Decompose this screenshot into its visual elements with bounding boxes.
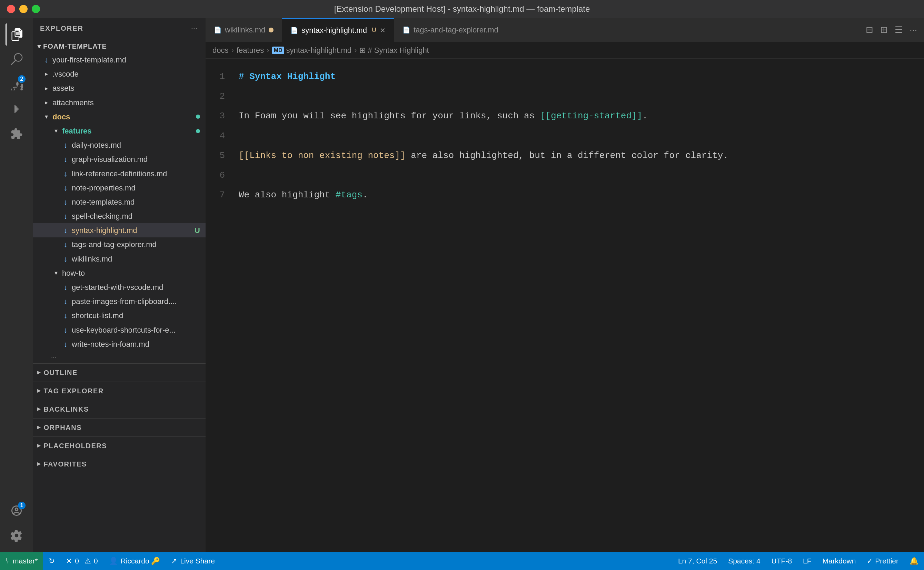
- file-icon: ↓: [61, 254, 70, 264]
- placeholders-header[interactable]: ▸ PLACEHOLDERS: [33, 437, 205, 455]
- activity-item-run[interactable]: [6, 98, 28, 120]
- activity-item-settings[interactable]: [6, 524, 28, 547]
- folder-arrow-icon: ▾: [41, 112, 51, 121]
- file-write-notes[interactable]: ↓ write-notes-in-foam.md: [33, 337, 205, 351]
- warning-count: 0: [94, 557, 98, 565]
- backlinks-header[interactable]: ▸ BACKLINKS: [33, 400, 205, 418]
- tab-wikilinks[interactable]: 📄 wikilinks.md: [205, 18, 282, 42]
- folder-arrow-icon: ▾: [51, 126, 61, 136]
- file-note-templates[interactable]: ↓ note-templates.md: [33, 195, 205, 209]
- folder-vscode[interactable]: ▸ .vscode: [33, 67, 205, 81]
- toggle-sidebar-button[interactable]: ⊞: [879, 23, 889, 37]
- more-actions-button[interactable]: ···: [190, 22, 199, 34]
- breadcrumb-section-text: # Syntax Highlight: [368, 46, 429, 55]
- tab-file-icon: 📄: [214, 26, 222, 34]
- maximize-button[interactable]: [32, 5, 40, 13]
- folder-docs[interactable]: ▾ docs: [33, 110, 205, 124]
- root-folder[interactable]: ▾ FOAM-TEMPLATE: [33, 39, 205, 53]
- folder-features[interactable]: ▾ features: [33, 124, 205, 138]
- tab-close-button[interactable]: ✕: [380, 26, 386, 35]
- file-label: spell-checking.md: [72, 210, 132, 222]
- activity-item-accounts[interactable]: 1: [6, 500, 28, 522]
- user-item[interactable]: 👤 Riccardo 🔑: [104, 552, 166, 570]
- panel-orphans: ▸ ORPHANS: [33, 418, 205, 437]
- modified-dot: [196, 129, 200, 133]
- sidebar-title: Explorer: [40, 25, 83, 32]
- git-branch-item[interactable]: ⑂ master*: [0, 552, 43, 570]
- favorites-header[interactable]: ▸ FAVORITES: [33, 455, 205, 473]
- cursor-position-item[interactable]: Ln 7, Col 25: [673, 552, 722, 570]
- placeholders-label: PLACEHOLDERS: [44, 440, 107, 451]
- file-icon: ↓: [61, 141, 70, 150]
- outline-header[interactable]: ▸ OUTLINE: [33, 364, 205, 382]
- file-icon: ↓: [61, 226, 70, 235]
- activity-item-source-control[interactable]: 2: [6, 73, 28, 95]
- folder-attachments[interactable]: ▸ attachments: [33, 96, 205, 110]
- activity-item-search[interactable]: [6, 48, 28, 70]
- orphans-header[interactable]: ▸ ORPHANS: [33, 418, 205, 437]
- live-share-icon: ↗: [171, 557, 177, 565]
- file-note-properties[interactable]: ↓ note-properties.md: [33, 181, 205, 195]
- file-get-started[interactable]: ↓ get-started-with-vscode.md: [33, 280, 205, 294]
- toggle-panel-button[interactable]: ☰: [893, 23, 904, 37]
- file-icon: ↓: [61, 325, 70, 335]
- file-syntax-highlight[interactable]: ↓ syntax-highlight.md U: [33, 223, 205, 238]
- sync-item[interactable]: ↻: [43, 552, 60, 570]
- notifications-item[interactable]: 🔔: [904, 552, 924, 570]
- file-tree: ▾ FOAM-TEMPLATE ↓ your-first-template.md…: [33, 39, 205, 552]
- spaces-item[interactable]: Spaces: 4: [722, 552, 766, 570]
- line-ending-item[interactable]: LF: [797, 552, 817, 570]
- breadcrumb-filename: syntax-highlight.md: [286, 46, 352, 55]
- encoding-item[interactable]: UTF-8: [766, 552, 798, 570]
- file-wikilinks[interactable]: ↓ wikilinks.md: [33, 252, 205, 266]
- folder-assets[interactable]: ▸ assets: [33, 81, 205, 95]
- formatter-item[interactable]: ✓ Prettier: [861, 552, 904, 570]
- activity-item-extensions[interactable]: [6, 123, 28, 145]
- file-link-reference[interactable]: ↓ link-reference-definitions.md: [33, 167, 205, 181]
- editor-content[interactable]: 1 2 3 4 5 6 7 # Syntax Highlight In Foam…: [205, 59, 924, 552]
- more-actions-button[interactable]: ···: [908, 23, 918, 37]
- breadcrumb-sep-2: ›: [267, 46, 269, 55]
- tab-syntax-highlight[interactable]: 📄 syntax-highlight.md U ✕: [282, 18, 394, 42]
- tag-explorer-header[interactable]: ▸ TAG EXPLORER: [33, 382, 205, 400]
- tab-file-icon: 📄: [402, 26, 410, 34]
- file-tags-explorer[interactable]: ↓ tags-and-tag-explorer.md: [33, 238, 205, 251]
- tab-bar-actions: ⊟ ⊞ ☰ ···: [864, 23, 924, 37]
- breadcrumb-features[interactable]: features: [237, 46, 264, 55]
- file-spell-checking[interactable]: ↓ spell-checking.md: [33, 209, 205, 223]
- file-label: graph-visualization.md: [72, 153, 148, 165]
- folder-arrow-icon: ▸: [41, 83, 51, 93]
- minimize-button[interactable]: [19, 5, 28, 13]
- file-icon: ↓: [61, 311, 70, 320]
- tag-explorer-label: TAG EXPLORER: [44, 385, 104, 397]
- language-item[interactable]: Markdown: [817, 552, 861, 570]
- file-icon: ↓: [61, 211, 70, 221]
- file-icon: ↓: [61, 183, 70, 193]
- activity-item-explorer[interactable]: [6, 23, 28, 46]
- backlinks-arrow: ▸: [37, 404, 41, 414]
- file-keyboard-shortcuts[interactable]: ↓ use-keyboard-shortcuts-for-e...: [33, 323, 205, 337]
- close-button[interactable]: [7, 5, 15, 13]
- file-graph-visualization[interactable]: ↓ graph-visualization.md: [33, 152, 205, 166]
- breadcrumb-docs[interactable]: docs: [213, 46, 228, 55]
- user-label: Riccardo 🔑: [121, 557, 161, 565]
- file-your-first-template[interactable]: ↓ your-first-template.md: [33, 53, 205, 67]
- breadcrumb-file[interactable]: MD syntax-highlight.md: [272, 46, 352, 55]
- modified-dot: [196, 115, 200, 119]
- split-editor-button[interactable]: ⊟: [864, 23, 875, 37]
- errors-item[interactable]: ✕ 0 ⚠ 0: [60, 552, 103, 570]
- editor-code[interactable]: # Syntax Highlight In Foam you will see …: [230, 59, 924, 552]
- folder-how-to[interactable]: ▾ how-to: [33, 266, 205, 280]
- file-daily-notes[interactable]: ↓ daily-notes.md: [33, 138, 205, 152]
- tab-tags-explorer[interactable]: 📄 tags-and-tag-explorer.md: [394, 18, 507, 42]
- language-label: Markdown: [823, 557, 856, 565]
- warning-icon: ⚠: [84, 557, 91, 565]
- live-share-item[interactable]: ↗ Live Share: [165, 552, 220, 570]
- code-line-5: [[Links to non existing notes]] are also…: [230, 146, 924, 165]
- file-shortcut-list[interactable]: ↓ shortcut-list.md: [33, 308, 205, 323]
- accounts-badge: 1: [18, 502, 26, 509]
- outline-arrow: ▸: [37, 368, 41, 377]
- breadcrumb-section[interactable]: ⊞ # Syntax Highlight: [360, 46, 429, 55]
- code-line-2: [230, 87, 924, 106]
- file-paste-images[interactable]: ↓ paste-images-from-clipboard....: [33, 294, 205, 308]
